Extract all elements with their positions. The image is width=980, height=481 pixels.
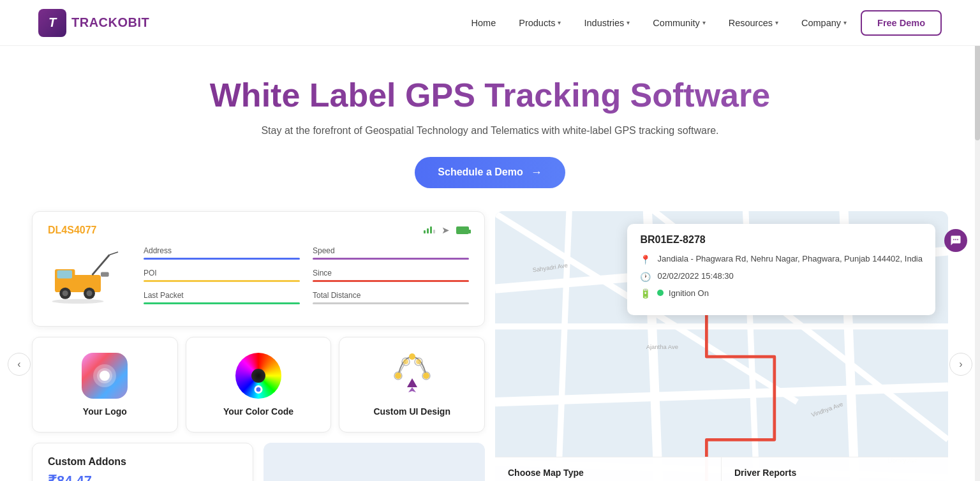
vehicle-card: ➤ DL4S4077 [32, 211, 485, 327]
map-info-popup: BR01EZ-8278 📍 Jandiala - Phagwara Rd, Ne… [627, 224, 935, 315]
vehicle-status-icons: ➤ [424, 225, 469, 236]
address-label: Address [144, 246, 300, 255]
nav-resources[interactable]: Resources ▾ [720, 13, 787, 33]
nav-industries[interactable]: Industries ▾ [575, 13, 639, 33]
ui-design-icon [389, 353, 435, 399]
carousel-left-arrow[interactable]: ‹ [8, 353, 31, 376]
total-distance-bar [313, 302, 469, 304]
custom-addons-title: Custom Addons [48, 456, 237, 468]
your-logo-label: Your Logo [83, 406, 127, 417]
ignition-dot-icon [657, 290, 664, 296]
battery-icon [456, 226, 469, 234]
carousel-right-arrow[interactable]: › [949, 353, 972, 376]
popup-vehicle-id: BR01EZ-8278 [640, 234, 923, 246]
svg-point-20 [409, 353, 415, 360]
color-wheel-icon [235, 353, 281, 399]
popup-ignition: Ignition On [657, 288, 709, 298]
svg-point-23 [416, 359, 421, 364]
svg-rect-5 [101, 272, 109, 276]
since-label: Since [313, 269, 469, 278]
svg-point-56 [953, 239, 954, 241]
floating-chat-widget[interactable] [944, 229, 967, 252]
address-bar [144, 258, 300, 260]
svg-point-58 [957, 239, 958, 241]
features-row: Your Logo Your Color Code [32, 337, 485, 433]
custom-addons-card: Custom Addons ₹84.47 [32, 443, 253, 481]
speed-bar [313, 258, 469, 260]
svg-point-21 [423, 373, 429, 379]
svg-point-57 [955, 239, 956, 241]
svg-rect-2 [57, 270, 72, 279]
chat-icon [950, 235, 961, 246]
speed-label: Speed [313, 246, 469, 255]
logo-feature-icon [82, 353, 128, 399]
svg-point-22 [403, 359, 408, 364]
svg-marker-18 [407, 378, 417, 387]
navbar: T TRACKOBIT Home Products ▾ Industries ▾… [0, 0, 980, 46]
svg-line-4 [110, 252, 119, 255]
driver-reports-title: Driver Reports [734, 468, 935, 478]
since-bar [313, 280, 469, 282]
signal-bars-icon [424, 226, 435, 233]
location-pin-icon: 📍 [640, 255, 651, 265]
logo-text: TRACKOBIT [71, 15, 149, 30]
bottom-row: Custom Addons ₹84.47 [32, 443, 485, 481]
free-demo-button[interactable]: Free Demo [861, 10, 942, 36]
hero-section: White Label GPS Tracking Software Stay a… [0, 46, 980, 211]
community-chevron-icon: ▾ [702, 19, 706, 26]
map-panel: Sahyadri Ave Ajantha Ave Vindhya Ave Hil… [495, 211, 948, 481]
hero-title: White Label GPS Tracking Software [13, 77, 967, 115]
poi-bar [144, 280, 300, 282]
popup-address: Jandiala - Phagwara Rd, Nehru Nagar, Pha… [657, 253, 923, 265]
svg-point-19 [395, 373, 401, 379]
poi-label: POI [144, 269, 300, 278]
your-color-code-label: Your Color Code [223, 406, 293, 417]
last-packet-bar [144, 302, 300, 304]
truck-image [48, 246, 131, 304]
ignition-icon: 🔋 [640, 288, 651, 299]
resources-chevron-icon: ▾ [775, 19, 778, 26]
logo-t-icon: T [48, 15, 56, 30]
hero-subtitle: Stay at the forefront of Geospatial Tech… [13, 125, 967, 137]
total-distance-label: Total Distance [313, 291, 469, 300]
nav-community[interactable]: Community ▾ [644, 13, 714, 33]
svg-line-3 [93, 255, 110, 275]
svg-marker-17 [408, 387, 416, 392]
choose-map-type-card: Choose Map Type [495, 457, 722, 481]
industries-chevron-icon: ▾ [627, 19, 630, 26]
svg-point-7 [63, 290, 68, 296]
svg-point-9 [87, 290, 93, 296]
svg-point-10 [52, 299, 104, 304]
choose-map-type-title: Choose Map Type [508, 468, 708, 478]
your-logo-card: Your Logo [32, 337, 178, 433]
clock-icon: 🕐 [640, 272, 651, 282]
nav-company[interactable]: Company ▾ [792, 13, 856, 33]
addons-price: ₹84.47 [48, 473, 237, 481]
addons-placeholder [264, 443, 485, 481]
popup-datetime: 02/02/2022 15:48:30 [657, 271, 733, 281]
driver-reports-card: Driver Reports [722, 457, 948, 481]
arrow-right-icon: → [531, 166, 542, 179]
schedule-demo-button[interactable]: Schedule a Demo → [415, 157, 565, 188]
custom-ui-design-label: Custom UI Design [373, 406, 450, 417]
map-bottom-cards: Choose Map Type Driver Reports [495, 457, 948, 481]
last-packet-label: Last Packet [144, 291, 300, 300]
nav-links: Home Products ▾ Industries ▾ Community ▾… [463, 10, 942, 36]
your-color-code-card: Your Color Code [186, 337, 332, 433]
scrollbar[interactable] [975, 0, 980, 481]
nav-products[interactable]: Products ▾ [510, 13, 570, 33]
products-chevron-icon: ▾ [558, 19, 561, 26]
logo[interactable]: T TRACKOBIT [38, 9, 149, 37]
custom-ui-design-card: Custom UI Design [339, 337, 485, 433]
nav-home[interactable]: Home [463, 13, 505, 33]
vehicle-id: DL4S4077 [48, 225, 469, 236]
company-chevron-icon: ▾ [843, 19, 847, 26]
svg-text:Ajantha Ave: Ajantha Ave [646, 343, 678, 350]
navigation-icon: ➤ [442, 225, 450, 236]
